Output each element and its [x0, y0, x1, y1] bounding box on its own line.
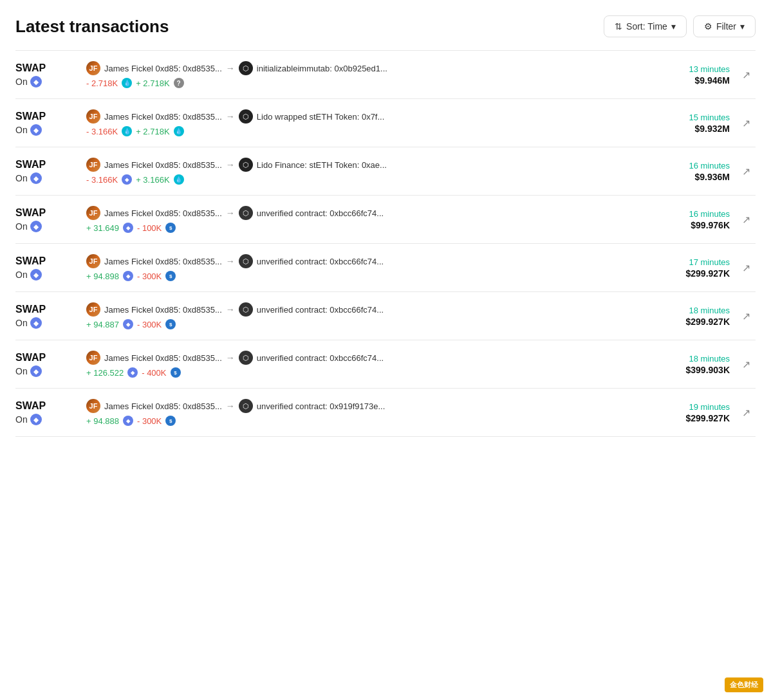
tx-value: $299.927K [653, 268, 730, 279]
tx-type: SWAP [15, 303, 86, 317]
tx-link-col[interactable]: ↗ [736, 117, 756, 129]
tx-amounts: - 3.166K 💧 + 2.718K 💧 [86, 126, 647, 136]
external-link[interactable]: ↗ [742, 165, 750, 178]
external-link[interactable]: ↗ [742, 310, 750, 322]
tx-from-info: JF James Fickel 0xd85: 0xd8535... → ⬡ un… [86, 254, 647, 268]
external-link[interactable]: ↗ [742, 407, 750, 419]
tx-type-col: SWAP On ◆ [15, 207, 86, 233]
arrow-icon: → [226, 208, 235, 218]
eth-network-icon: ◆ [30, 365, 42, 377]
tx-from-info: JF James Fickel 0xd85: 0xd8535... → ⬡ Li… [86, 109, 647, 124]
tx-type-col: SWAP On ◆ [15, 158, 86, 185]
avatar: JF [86, 158, 100, 172]
tx-value: $299.927K [653, 317, 730, 327]
amount-2: + 3.166K [136, 175, 169, 185]
eth-token-icon: ◆ [122, 174, 132, 185]
eth-token-icon: ◆ [123, 416, 133, 426]
arrow-icon: → [226, 401, 235, 411]
tx-type: SWAP [15, 62, 86, 75]
tx-time-col: 16 minutes $99.976K [653, 209, 736, 230]
filter-button[interactable]: ⚙ Filter ▾ [693, 15, 756, 37]
tx-link-col[interactable]: ↗ [736, 407, 756, 419]
from-address: James Fickel 0xd85: 0xd8535... [104, 64, 222, 73]
sort-label: Sort: Time [626, 21, 667, 32]
tx-time: 18 minutes [653, 306, 730, 315]
avatar: JF [86, 254, 100, 268]
amount-2: - 100K [137, 223, 162, 233]
header-controls: ⇅ Sort: Time ▾ ⚙ Filter ▾ [604, 15, 756, 37]
usdc-token-icon: $ [165, 319, 176, 329]
contract-icon: ⬡ [239, 254, 253, 268]
amount-1: + 94.888 [86, 416, 119, 426]
arrow-icon: → [226, 160, 235, 170]
water2-token-icon: 💧 [174, 126, 184, 136]
eth-network-icon: ◆ [30, 317, 42, 329]
tx-amounts: + 94.888 ◆ - 300K $ [86, 416, 647, 426]
usdc-token-icon: $ [165, 223, 176, 233]
tx-from-info: JF James Fickel 0xd85: 0xd8535... → ⬡ un… [86, 302, 647, 317]
eth-token-icon: ◆ [123, 223, 133, 233]
question-token-icon: ? [174, 78, 184, 88]
tx-link-col[interactable]: ↗ [736, 165, 756, 178]
avatar: JF [86, 302, 100, 317]
tx-from-info: JF James Fickel 0xd85: 0xd8535... → ⬡ un… [86, 206, 647, 220]
tx-link-col[interactable]: ↗ [736, 262, 756, 274]
tx-from-col: JF James Fickel 0xd85: 0xd8535... → ⬡ un… [86, 254, 653, 281]
tx-time-col: 15 minutes $9.932M [653, 113, 736, 134]
eth-network-icon: ◆ [30, 221, 42, 232]
water-token-icon: 💧 [174, 174, 184, 185]
tx-type: SWAP [15, 351, 86, 365]
tx-status: On ◆ [15, 414, 86, 425]
to-address: Lido wrapped stETH Token: 0x7f... [257, 112, 384, 122]
sort-button[interactable]: ⇅ Sort: Time ▾ [604, 15, 687, 37]
tx-status: On ◆ [15, 317, 86, 329]
tx-link-col[interactable]: ↗ [736, 214, 756, 226]
tx-amounts: - 2.718K 💧 + 2.718K ? [86, 78, 647, 88]
contract-icon: ⬡ [239, 158, 253, 172]
tx-from-col: JF James Fickel 0xd85: 0xd8535... → ⬡ in… [86, 61, 653, 88]
eth-network-icon: ◆ [30, 414, 42, 425]
contract-icon: ⬡ [239, 109, 253, 124]
tx-from-col: JF James Fickel 0xd85: 0xd8535... → ⬡ un… [86, 399, 653, 426]
amount-1: + 94.887 [86, 320, 119, 329]
arrow-icon: → [226, 256, 235, 266]
usdc-token-icon: $ [165, 271, 176, 281]
external-link[interactable]: ↗ [742, 117, 750, 129]
eth-token-icon: ◆ [127, 367, 138, 378]
status-text: On [15, 318, 28, 328]
tx-type: SWAP [15, 255, 86, 268]
table-row: SWAP On ◆ JF James Fickel 0xd85: 0xd8535… [15, 147, 756, 196]
tx-link-col[interactable]: ↗ [736, 358, 756, 371]
contract-icon: ⬡ [239, 399, 253, 413]
to-address: unverified contract: 0xbcc66fc74... [257, 305, 384, 315]
tx-link-col[interactable]: ↗ [736, 310, 756, 322]
tx-status: On ◆ [15, 172, 86, 184]
external-link[interactable]: ↗ [742, 69, 750, 81]
external-link[interactable]: ↗ [742, 262, 750, 274]
transaction-list: SWAP On ◆ JF James Fickel 0xd85: 0xd8535… [15, 50, 756, 437]
table-row: SWAP On ◆ JF James Fickel 0xd85: 0xd8535… [15, 196, 756, 244]
tx-value: $99.976K [653, 220, 730, 230]
external-link[interactable]: ↗ [742, 214, 750, 226]
tx-type: SWAP [15, 400, 86, 413]
to-address: unverified contract: 0xbcc66fc74... [257, 208, 384, 218]
tx-from-info: JF James Fickel 0xd85: 0xd8535... → ⬡ un… [86, 351, 647, 365]
tx-time: 16 minutes [653, 209, 730, 219]
contract-icon: ⬡ [239, 302, 253, 317]
external-link[interactable]: ↗ [742, 358, 750, 371]
tx-from-col: JF James Fickel 0xd85: 0xd8535... → ⬡ Li… [86, 109, 653, 136]
from-address: James Fickel 0xd85: 0xd8535... [104, 401, 222, 411]
tx-link-col[interactable]: ↗ [736, 69, 756, 81]
tx-time: 19 minutes [653, 402, 730, 412]
usdc-token-icon: $ [171, 367, 181, 378]
tx-from-info: JF James Fickel 0xd85: 0xd8535... → ⬡ in… [86, 61, 647, 75]
amount-2: + 2.718K [136, 78, 169, 88]
table-row: SWAP On ◆ JF James Fickel 0xd85: 0xd8535… [15, 99, 756, 147]
tx-value: $299.927K [653, 413, 730, 423]
tx-amounts: - 3.166K ◆ + 3.166K 💧 [86, 174, 647, 185]
arrow-icon: → [226, 304, 235, 315]
eth-token-icon: ◆ [123, 271, 133, 281]
table-row: SWAP On ◆ JF James Fickel 0xd85: 0xd8535… [15, 292, 756, 340]
amount-2: + 2.718K [136, 127, 169, 136]
status-text: On [15, 414, 28, 425]
